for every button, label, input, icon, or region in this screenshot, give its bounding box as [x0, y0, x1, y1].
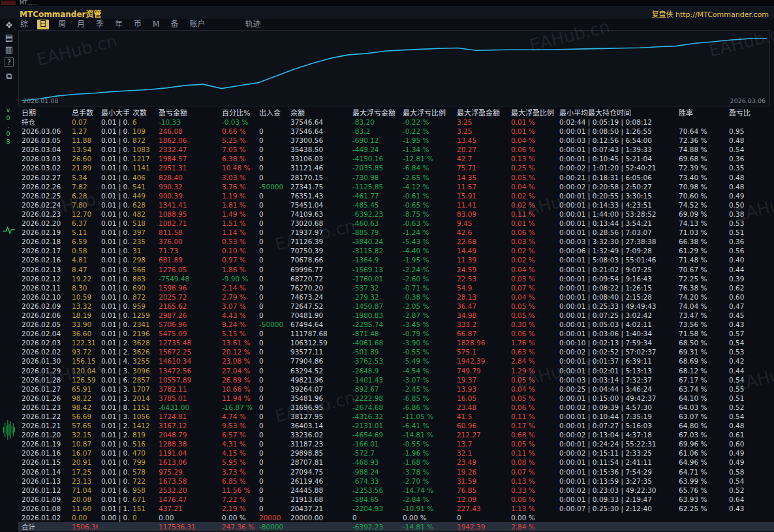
- cell-lots: 65.91: [69, 384, 98, 394]
- cell-count: 541: [129, 182, 155, 191]
- menu-item-summary[interactable]: 综: [18, 20, 30, 29]
- table-row[interactable]: 2026.01.28126.590.01 | 6.66285710557.892…: [18, 375, 774, 384]
- cell-hold_time: 0:00:01 | 0:13:44 | 3:54:21: [556, 219, 675, 228]
- list-icon[interactable]: ▥: [0, 44, 18, 54]
- column-header-max_float_loss[interactable]: 最大浮亏金额: [349, 107, 399, 117]
- table-row[interactable]: 2026.02.118.300.01 | 0.096901596.962.14 …: [18, 283, 774, 292]
- table-row[interactable]: 2026.02.206.370.01 | 0.075181082.711.51 …: [18, 219, 774, 228]
- table-row[interactable]: 2026.02.195.110.01 | 0.11397811.581.14 %…: [18, 228, 774, 237]
- column-header-max_float_profit[interactable]: 最大浮盈金额: [454, 107, 508, 117]
- cell-win_rate: 69.31 %: [675, 347, 726, 356]
- cell-max_float_profit: 34.98: [454, 311, 508, 320]
- cell-max_float_loss: -885.79: [349, 228, 399, 237]
- cell-lot_range: 0.01 | 0.09: [98, 136, 129, 145]
- table-row[interactable]: 2026.02.138.470.01 | 0.155661276.051.86 …: [18, 265, 774, 274]
- cell-date: 2026.01.21: [18, 421, 69, 430]
- cell-max_float_loss_pct: -6.84 %: [399, 163, 454, 172]
- table-row[interactable]: 2026.02.03122.310.01 | 2.39362812735.481…: [18, 338, 774, 347]
- cell-pl_ratio: 0.54: [726, 338, 774, 347]
- column-header-lot_range[interactable]: 最小大手数: [98, 107, 129, 117]
- table-row[interactable]: 2026.01.2698.220.01 | 3.2920143785.0111.…: [18, 394, 774, 403]
- column-header-date[interactable]: 日期: [18, 107, 69, 117]
- table-row[interactable]: 2026.01.1323.130.01 | 0.687221673.586.85…: [18, 477, 774, 486]
- table-row[interactable]: 2026.03.0326.600.01 | 0.1112171984.576.3…: [18, 154, 774, 163]
- cell-balance: 38127.95: [287, 412, 349, 421]
- brand-link[interactable]: 复盘侠 http://MTCommander.com: [651, 8, 769, 19]
- table-row[interactable]: 2026.01.29120.040.01 | 3.29309613472.562…: [18, 366, 774, 375]
- table-row[interactable]: 2026.01.0811.600.01 | 1.73151437.212.19 …: [18, 504, 774, 513]
- table-row[interactable]: 2026.02.0293.720.01 | 2.39362615672.2520…: [18, 347, 774, 356]
- table-row[interactable]: 2026.02.186.590.01 | 0.27235376.000.53 %…: [18, 237, 774, 246]
- menu-item-track[interactable]: 轨迹: [243, 20, 263, 29]
- table-row[interactable]: 2026.01.1910.870.01 | 0.465161288.384.31…: [18, 439, 774, 448]
- table-row[interactable]: 2026.02.0913.320.01 | 0.189592165.623.07…: [18, 302, 774, 311]
- column-header-pl_ratio[interactable]: 盈亏比: [726, 107, 774, 117]
- table-row[interactable]: 2026.01.0920.080.01 | 0.916711476.477.22…: [18, 495, 774, 504]
- table-row[interactable]: 2026.01.1417.250.01 | 0.66578975.293.73 …: [18, 467, 774, 477]
- table-row[interactable]: 2026.03.0221.890.01 | 0.6811412951.3110.…: [18, 163, 774, 172]
- cell-date: 2026.01.28: [18, 375, 69, 384]
- column-header-lots[interactable]: 总手数: [69, 107, 98, 117]
- help-icon[interactable]: ?: [5, 57, 14, 67]
- table-row[interactable]: 持仓0.070.01 | 0.026-10.33-0.03 %37546.64-…: [18, 117, 774, 127]
- menu-item-note[interactable]: 备: [168, 20, 180, 29]
- cell-hold_time: 0:00:01 | 0:20:55 | 3:30:15: [556, 191, 675, 200]
- cell-pnl: 3782.11: [155, 384, 219, 394]
- table-row[interactable]: 2026.01.2256.690.01 | 3.2910561724.814.7…: [18, 412, 774, 421]
- table-row[interactable]: 2026.02.275.340.01 | 0.11406828.403.03 %…: [18, 173, 774, 182]
- table-row[interactable]: 2026.01.2398.420.01 | 8.661151-6431.00-1…: [18, 403, 774, 412]
- table-row[interactable]: 2026.01.30156.150.01 | 4.55325514610.342…: [18, 356, 774, 366]
- column-header-hold_time[interactable]: 最小平均最大持仓时间: [556, 107, 675, 117]
- table-row[interactable]: 2026.03.0413.540.01 | 0.0610832332.477.0…: [18, 145, 774, 154]
- menu-item-year[interactable]: 年: [113, 20, 125, 29]
- table-row[interactable]: 2026.02.2312.700.01 | 0.794821088.951.49…: [18, 210, 774, 219]
- column-header-win_rate[interactable]: 胜率: [675, 107, 726, 117]
- table-row[interactable]: 2026.02.164.810.01 | 0.13298681.890.97 %…: [18, 255, 774, 264]
- table-row[interactable]: 2026.01.020.000.00 | 0.0000.000.00 %2000…: [18, 513, 774, 522]
- table-row[interactable]: 2026.01.1616.070.01 | 0.664701191.044.15…: [18, 448, 774, 458]
- menu-item-quarter[interactable]: 季: [94, 20, 106, 29]
- menu-item-m[interactable]: M: [151, 20, 161, 29]
- table-row[interactable]: 2026.02.0618.190.01 | 0.2712592987.264.4…: [18, 311, 774, 320]
- table-row[interactable]: 2026.01.2765.910.01 | 3.2917073782.1110.…: [18, 384, 774, 394]
- table-row[interactable]: 2026.02.0533.900.01 | 0.2223415706.969.2…: [18, 320, 774, 329]
- cell-max_float_loss: -468.93: [349, 458, 399, 467]
- cell-date: 2026.02.05: [18, 320, 69, 329]
- cell-balance: 31696.95: [287, 403, 349, 412]
- table-row[interactable]: 2026.03.061.270.01 | 0.02109246.080.66 %…: [18, 127, 774, 136]
- column-header-cashflow[interactable]: 出入金: [256, 107, 287, 117]
- table-row[interactable]: 2026.01.1271.040.01 | 6.279582532.2011.5…: [18, 486, 774, 495]
- menu-item-day[interactable]: 日: [37, 20, 49, 29]
- table-row[interactable]: 2026.02.256.280.01 | 0.17449900.391.19 %…: [18, 191, 774, 200]
- table-row[interactable]: 2026.01.2157.650.01 | 2.3914123167.129.5…: [18, 421, 774, 430]
- table-row[interactable]: 2026.02.0436.600.01 | 0.2521965475.095.1…: [18, 329, 774, 338]
- column-header-pct[interactable]: 百分比%: [219, 107, 256, 117]
- table-row[interactable]: 2026.02.267.820.01 | 0.15541990.323.76 %…: [18, 182, 774, 191]
- column-header-max_float_profit_pct[interactable]: 最大浮盈比例: [508, 107, 556, 117]
- cell-win_rate: 64.96 %: [675, 458, 726, 467]
- table-row[interactable]: 2026.02.170.580.01 | 0.133171.730.10 %07…: [18, 246, 774, 255]
- menu-item-account[interactable]: 账户: [187, 20, 207, 29]
- column-header-pnl[interactable]: 盈亏金额: [155, 107, 219, 117]
- cell-date: 2026.03.05: [18, 136, 69, 145]
- table-row[interactable]: 2026.02.247.800.01 | 0.066281341.411.81 …: [18, 200, 774, 210]
- copy-icon[interactable]: ⧉: [0, 71, 18, 82]
- cell-count: 958: [129, 486, 155, 495]
- menu-item-currency[interactable]: 币: [132, 20, 144, 29]
- panel-icon[interactable]: ▤: [0, 33, 18, 42]
- table-row[interactable]: 2026.02.1010.590.01 | 0.058722025.722.79…: [18, 292, 774, 302]
- table-row[interactable]: 2026.01.2032.150.01 | 2.398192048.796.57…: [18, 430, 774, 439]
- table-row[interactable]: 2026.01.1520.910.01 | 0.467991613.065.95…: [18, 458, 774, 467]
- cell-max_float_loss: -674.33: [349, 477, 399, 486]
- column-header-count[interactable]: 次数: [129, 107, 155, 117]
- menu-item-week[interactable]: 周: [56, 20, 68, 29]
- move-icon[interactable]: ✥: [0, 20, 18, 30]
- cell-balance: 37546.64: [287, 117, 349, 127]
- table-row[interactable]: 2026.02.1219.220.01 | 0.55883-7549.48-9.…: [18, 274, 774, 283]
- menu-item-month[interactable]: 月: [75, 20, 87, 29]
- cell-max_float_loss_pct: -14.81 %: [399, 522, 454, 531]
- table-total-row[interactable]: 合计1506.36117536.31247.36 %-80000-6392.23…: [18, 522, 774, 531]
- column-header-balance[interactable]: 余额: [287, 107, 349, 117]
- table-row[interactable]: 2026.03.0511.880.01 | 0.098721862.065.25…: [18, 136, 774, 145]
- column-header-max_float_loss_pct[interactable]: 最大浮亏比例: [399, 107, 454, 117]
